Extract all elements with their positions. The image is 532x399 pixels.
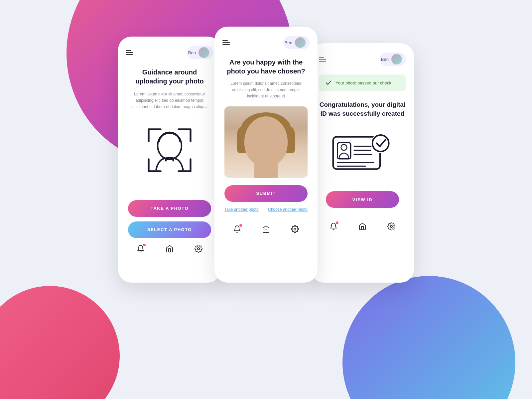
phone-1-header: Ben <box>118 37 221 65</box>
avatar-2 <box>295 37 306 48</box>
phone-2-header: Ben <box>214 27 318 55</box>
notification-dot-2 <box>239 224 242 227</box>
phone-1: Ben Guidance around uploading your photo… <box>118 37 221 283</box>
phone-3-header: Ben <box>311 43 414 71</box>
face-photo <box>224 106 308 178</box>
notification-icon[interactable] <box>137 245 145 253</box>
photo-preview <box>224 106 308 178</box>
phone-1-title: Guidance around uploading your photo <box>128 68 211 86</box>
phones-container: Ben Guidance around uploading your photo… <box>0 27 532 283</box>
face-scan-icon <box>140 120 200 180</box>
phone-2-content: Are you happy with the photo you have ch… <box>214 55 318 218</box>
user-badge-3[interactable]: Ben <box>380 53 406 66</box>
settings-icon-2[interactable] <box>291 225 299 233</box>
user-name-2: Ben <box>285 40 292 45</box>
check-icon <box>325 79 332 86</box>
phone-1-description: Lorem ipsum dolor sit amet, consectetur … <box>128 91 211 110</box>
phone-2-nav <box>214 218 318 242</box>
face-neck <box>254 158 278 178</box>
hamburger-icon-3[interactable] <box>319 57 326 62</box>
phone-2-description: Lorem ipsum dolor sit amet, consectetur … <box>224 80 308 100</box>
svg-point-13 <box>390 225 392 227</box>
hamburger-icon-2[interactable] <box>222 40 230 45</box>
phone-3-title: Congratulations, your digital ID was suc… <box>319 100 406 118</box>
bg-circle-bottom-left <box>0 286 120 399</box>
phone-3: Ben Your photo passed our check Congratu… <box>311 43 414 283</box>
phone-3-nav <box>311 216 414 240</box>
phone-2: Ben Are you happy with the photo you hav… <box>214 27 318 283</box>
user-name: Ben <box>188 50 196 55</box>
user-badge[interactable]: Ben <box>187 46 213 59</box>
svg-point-11 <box>371 134 390 153</box>
notification-dot-3 <box>336 221 338 224</box>
notification-icon-2[interactable] <box>233 225 241 233</box>
phone-2-title: Are you happy with the photo you have ch… <box>224 58 308 76</box>
take-photo-button[interactable]: TAKE A PHOTO <box>128 200 211 217</box>
user-name-3: Ben <box>381 57 389 62</box>
bg-circle-bottom-right <box>342 276 515 399</box>
phone-1-actions: TAKE A PHOTO SELECT A PHOTO <box>118 200 221 238</box>
select-photo-button[interactable]: SELECT A PHOTO <box>128 221 211 238</box>
view-id-button[interactable]: VIEW ID <box>326 191 399 208</box>
id-card-illustration <box>329 128 396 178</box>
settings-icon-3[interactable] <box>387 222 395 230</box>
avatar-3 <box>391 54 402 65</box>
notification-dot <box>143 244 146 246</box>
phone-1-nav <box>118 238 221 262</box>
home-icon-2[interactable] <box>262 225 270 233</box>
success-banner: Your photo passed our check <box>319 74 406 91</box>
user-badge-2[interactable]: Ben <box>283 36 310 49</box>
choose-another-link[interactable]: Choose another photo <box>268 207 308 212</box>
avatar <box>199 47 209 58</box>
hamburger-icon[interactable] <box>126 50 133 55</box>
svg-point-1 <box>198 248 200 250</box>
settings-icon[interactable] <box>195 245 202 253</box>
take-another-link[interactable]: Take another photo <box>224 207 259 212</box>
submit-links: Take another photo Choose another photo <box>224 207 308 212</box>
phone-1-content: Guidance around uploading your photo Lor… <box>118 65 221 200</box>
home-icon-3[interactable] <box>358 222 366 230</box>
svg-point-2 <box>294 228 296 230</box>
submit-button[interactable]: SUBMIT <box>224 185 308 202</box>
phone-3-content: Your photo passed our check Congratulati… <box>311 71 414 216</box>
success-text: Your photo passed our check <box>335 80 391 85</box>
home-icon[interactable] <box>166 245 174 253</box>
notification-icon-3[interactable] <box>330 222 337 230</box>
svg-point-5 <box>341 145 347 151</box>
